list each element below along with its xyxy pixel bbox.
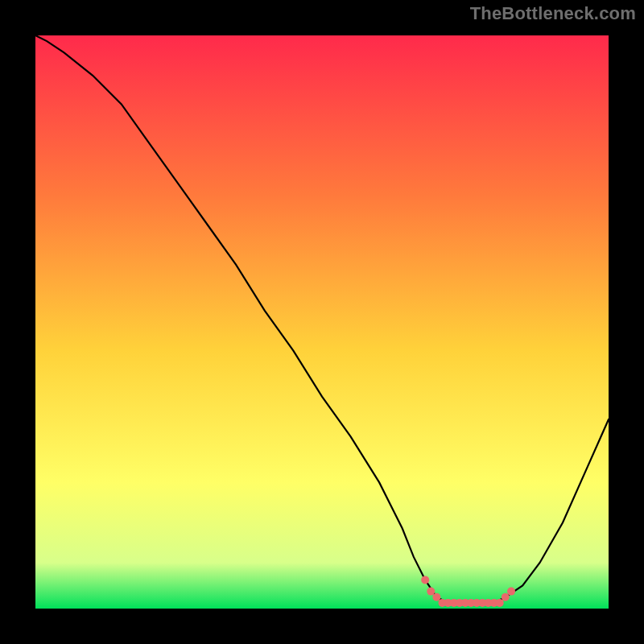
gradient-background [35, 35, 609, 609]
plot-area [35, 35, 609, 609]
marker-dot [421, 576, 429, 584]
marker-dot [502, 593, 510, 601]
marker-dot [432, 593, 440, 601]
bottleneck-chart [35, 35, 609, 609]
chart-container: TheBottleneck.com [0, 0, 644, 644]
marker-dot [427, 588, 435, 596]
watermark-label: TheBottleneck.com [470, 3, 636, 24]
marker-dot [507, 588, 515, 596]
marker-dot [496, 599, 504, 607]
